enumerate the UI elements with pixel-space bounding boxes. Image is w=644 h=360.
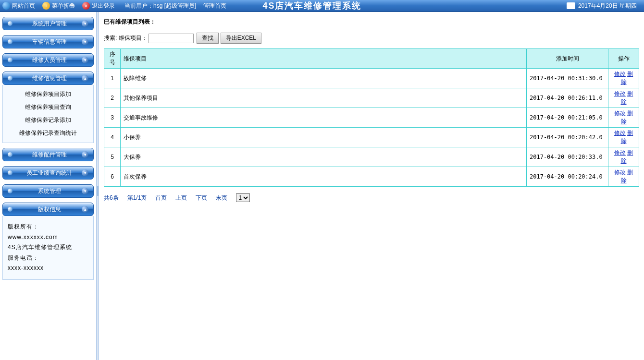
data-table: 序号 维保项目 添加时间 操作 1故障维修2017-04-20 00:31:30… xyxy=(104,48,639,187)
cell-ops: 修改 删除 xyxy=(608,108,639,128)
cell-ops: 修改 删除 xyxy=(608,147,639,167)
bullet-icon xyxy=(8,152,12,157)
table-row: 3交通事故维修2017-04-20 00:21:05.0修改 删除 xyxy=(104,108,639,128)
pager-last[interactable]: 末页 xyxy=(216,194,227,202)
bullet-icon xyxy=(8,58,12,62)
sidebar-item-label: 维修信息管理 xyxy=(17,74,82,83)
bullet-icon xyxy=(8,39,12,44)
subitem-repair-rec-add[interactable]: 维修保养记录添加 xyxy=(3,114,93,127)
splitter-vertical[interactable] xyxy=(96,12,99,360)
edit-link[interactable]: 修改 xyxy=(614,71,626,77)
table-row: 5大保养2017-04-20 00:20:33.0修改 删除 xyxy=(104,147,639,167)
sidebar-item-label: 维修人员管理 xyxy=(17,56,82,64)
bullet-icon xyxy=(8,76,12,81)
cell-idx: 4 xyxy=(104,128,121,147)
chevron-down-icon: ▾ xyxy=(82,169,88,176)
table-row: 4小保养2017-04-20 00:20:42.0修改 删除 xyxy=(104,128,639,147)
chevron-up-icon: ▴ xyxy=(82,75,88,82)
cell-name: 大保养 xyxy=(121,147,527,167)
cell-ops: 修改 删除 xyxy=(608,88,639,108)
exit-icon: × xyxy=(82,2,90,10)
nav-home[interactable]: 网站首页 xyxy=(2,2,35,10)
pager-page: 第1/1页 xyxy=(127,194,147,202)
search-button[interactable]: 查找 xyxy=(197,33,219,44)
sidebar-item-parts-mgmt[interactable]: 维修配件管理 ▾ xyxy=(2,148,94,161)
cell-time: 2017-04-20 00:20:42.0 xyxy=(527,128,608,147)
table-row: 6首次保养2017-04-20 00:20:24.0修改 删除 xyxy=(104,167,639,187)
sidebar-item-label: 版权信息 xyxy=(17,205,82,214)
notify-icon[interactable] xyxy=(567,2,575,9)
col-name: 维保项目 xyxy=(121,49,527,69)
export-excel-button[interactable]: 导出EXCEL xyxy=(221,33,261,44)
pager-jump-select[interactable]: 1 xyxy=(236,193,250,202)
cell-time: 2017-04-20 00:26:11.0 xyxy=(527,88,608,108)
cell-idx: 6 xyxy=(104,167,121,187)
cell-time: 2017-04-20 00:20:33.0 xyxy=(527,147,608,167)
pager-total: 共6条 xyxy=(104,194,119,202)
sidebar-item-staff-mgmt[interactable]: 维修人员管理 ▾ xyxy=(2,53,94,67)
bullet-icon xyxy=(8,170,12,175)
chevron-down-icon: ▾ xyxy=(82,38,88,45)
copyright-phone: xxxx-xxxxxx xyxy=(8,263,88,274)
topbar: 网站首页 + 菜单折叠 × 退出登录 当前用户：hsg [超级管理员] 管理首页… xyxy=(0,0,644,12)
pager-next[interactable]: 下页 xyxy=(196,194,207,202)
col-time: 添加时间 xyxy=(527,49,608,69)
cell-ops: 修改 删除 xyxy=(608,69,639,88)
sidebar-item-system[interactable]: 系统管理 ▾ xyxy=(2,184,94,198)
bullet-icon xyxy=(8,189,12,193)
chevron-down-icon: ▾ xyxy=(82,20,88,27)
search-input[interactable] xyxy=(149,34,194,43)
main-content: 已有维保项目列表： 搜索: 维保项目： 查找 导出EXCEL 序号 维保项目 添… xyxy=(99,12,644,360)
edit-link[interactable]: 修改 xyxy=(614,169,626,176)
edit-link[interactable]: 修改 xyxy=(614,90,626,97)
cell-name: 小保养 xyxy=(121,128,527,147)
table-row: 2其他保养项目2017-04-20 00:26:11.0修改 删除 xyxy=(104,88,639,108)
edit-link[interactable]: 修改 xyxy=(614,130,626,136)
nav-fold-label: 菜单折叠 xyxy=(52,2,75,10)
edit-link[interactable]: 修改 xyxy=(614,149,626,156)
current-user-info: 当前用户：hsg [超级管理员] xyxy=(124,2,196,10)
sidebar-item-label: 员工业绩查询统计 xyxy=(17,169,82,177)
sidebar-item-repair-info[interactable]: 维修信息管理 ▴ xyxy=(2,72,94,85)
subitem-repair-proj-add[interactable]: 维修保养项目添加 xyxy=(3,88,93,101)
search-field-label: 维保项目： xyxy=(119,34,148,42)
pager: 共6条 第1/1页 首页 上页 下页 末页 1 xyxy=(104,193,639,202)
chevron-down-icon: ▾ xyxy=(82,188,88,194)
search-label: 搜索: xyxy=(104,34,117,42)
sidebar-item-label: 车辆信息管理 xyxy=(17,38,82,46)
sidebar-item-label: 维修配件管理 xyxy=(17,151,82,159)
nav-admin-home-label: 管理首页 xyxy=(203,2,226,10)
pager-first[interactable]: 首页 xyxy=(155,194,167,202)
table-header-row: 序号 维保项目 添加时间 操作 xyxy=(104,49,639,69)
nav-fold-menu[interactable]: + 菜单折叠 xyxy=(42,2,75,10)
copyright-product: 4S店汽车维修管理系统 xyxy=(8,242,88,253)
nav-logout-label: 退出登录 xyxy=(92,2,115,10)
subitem-repair-rec-stats[interactable]: 维修保养记录查询统计 xyxy=(3,127,93,140)
sidebar-item-vehicle-mgmt[interactable]: 车辆信息管理 ▾ xyxy=(2,35,94,48)
col-idx: 序号 xyxy=(104,49,121,69)
cell-name: 其他保养项目 xyxy=(121,88,527,108)
sidebar-item-copyright[interactable]: 版权信息 ▴ xyxy=(2,203,94,216)
subitem-repair-proj-query[interactable]: 维修保养项目查询 xyxy=(3,101,93,114)
pager-prev[interactable]: 上页 xyxy=(175,194,187,202)
sidebar-item-user-mgmt[interactable]: 系统用户管理 ▾ xyxy=(2,17,94,30)
sidebar-item-label: 系统管理 xyxy=(17,187,82,195)
fold-icon: + xyxy=(42,2,50,10)
cell-idx: 1 xyxy=(104,69,121,88)
chevron-down-icon: ▾ xyxy=(82,57,88,63)
nav-logout[interactable]: × 退出登录 xyxy=(82,2,115,10)
topbar-date: 2017年4月20日 星期四 xyxy=(578,2,637,10)
cell-name: 故障维修 xyxy=(121,69,527,88)
nav-admin-home[interactable]: 管理首页 xyxy=(203,2,226,10)
copyright-phone-label: 服务电话： xyxy=(8,253,88,264)
nav-home-label: 网站首页 xyxy=(12,2,35,10)
sidebar-item-performance[interactable]: 员工业绩查询统计 ▾ xyxy=(2,166,94,180)
cell-idx: 3 xyxy=(104,108,121,128)
cell-name: 首次保养 xyxy=(121,167,527,187)
sidebar-copyright-body: 版权所有： www.xxxxxx.com 4S店汽车维修管理系统 服务电话： x… xyxy=(2,216,94,280)
cell-time: 2017-04-20 00:20:24.0 xyxy=(527,167,608,187)
app-title: 4S店汽车维修管理系统 xyxy=(262,0,567,12)
cell-idx: 2 xyxy=(104,88,121,108)
copyright-site: www.xxxxxx.com xyxy=(8,232,88,243)
edit-link[interactable]: 修改 xyxy=(614,110,626,117)
